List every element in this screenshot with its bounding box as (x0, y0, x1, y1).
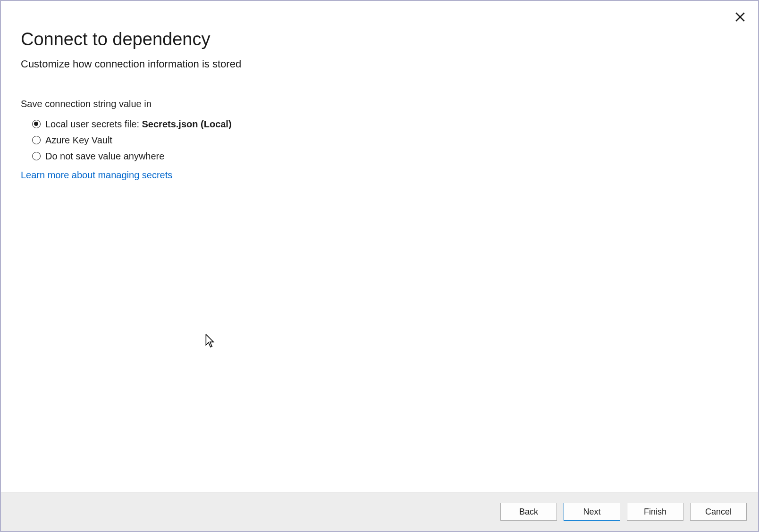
page-title: Connect to dependency (21, 29, 738, 50)
cancel-button[interactable]: Cancel (690, 503, 747, 521)
dialog-content: Connect to dependency Customize how conn… (1, 1, 758, 492)
dialog-footer: Back Next Finish Cancel (1, 492, 758, 531)
radio-label: Azure Key Vault (45, 135, 112, 146)
learn-more-link[interactable]: Learn more about managing secrets (21, 170, 172, 181)
radio-icon (32, 120, 41, 128)
radio-label-text: Do not save value anywhere (45, 151, 164, 161)
close-icon (735, 12, 745, 22)
radio-label-text: Local user secrets file: (45, 119, 142, 129)
dialog-window: Connect to dependency Customize how conn… (0, 0, 759, 532)
section-label: Save connection string value in (21, 99, 738, 109)
radio-label-text: Azure Key Vault (45, 135, 112, 145)
close-button[interactable] (734, 10, 747, 24)
radio-icon (32, 136, 41, 144)
radio-option-local-secrets[interactable]: Local user secrets file: Secrets.json (L… (32, 116, 738, 132)
radio-label-bold: Secrets.json (Local) (142, 119, 232, 129)
finish-button[interactable]: Finish (627, 503, 683, 521)
radio-option-azure-key-vault[interactable]: Azure Key Vault (32, 132, 738, 148)
radio-group: Local user secrets file: Secrets.json (L… (21, 116, 738, 164)
radio-option-do-not-save[interactable]: Do not save value anywhere (32, 148, 738, 164)
next-button[interactable]: Next (564, 503, 620, 521)
radio-icon (32, 152, 41, 160)
back-button[interactable]: Back (500, 503, 557, 521)
radio-label: Local user secrets file: Secrets.json (L… (45, 119, 232, 130)
radio-label: Do not save value anywhere (45, 151, 164, 162)
page-subtitle: Customize how connection information is … (21, 58, 738, 70)
